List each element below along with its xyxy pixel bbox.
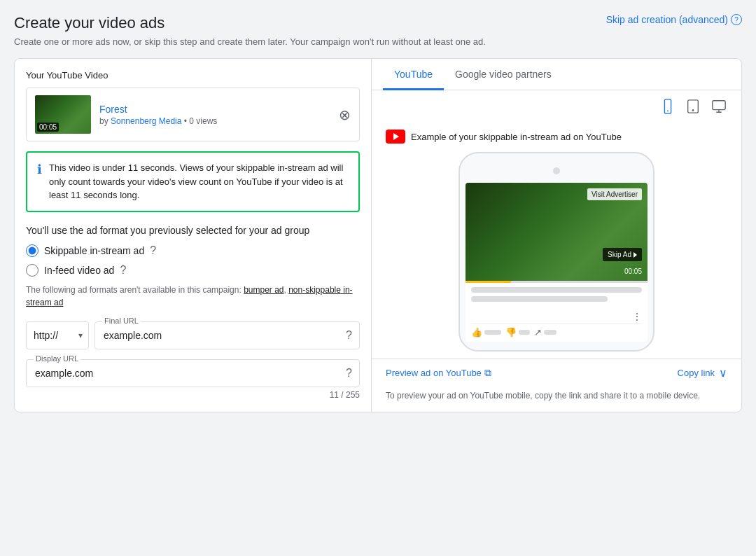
youtube-play-triangle [393,133,399,140]
unavailable-formats-text: The following ad formats aren't availabl… [26,284,360,309]
video-views: 0 views [189,116,217,126]
phone-notch [553,167,560,174]
main-content: Your YouTube Video 00:05 Forest by Sonne… [14,58,742,412]
remove-video-button[interactable]: ⊗ [339,108,351,122]
phone-mockup-wrapper: Visit Advertiser Skip Ad 00:05 [372,152,741,359]
ad-format-title: You'll use the ad format you previously … [26,225,360,236]
external-link-icon: ⧉ [484,367,491,379]
skip-ad-creation-link[interactable]: Skip ad creation (advanced) ? [606,14,742,25]
content-line-1 [471,287,642,293]
phone-mockup: Visit Advertiser Skip Ad 00:05 [458,152,654,352]
final-url-input[interactable] [95,322,359,349]
page-title: Create your video ads [14,14,164,32]
preview-footer: Preview ad on YouTube ⧉ Copy link ∨ [372,359,741,385]
display-url-help-icon[interactable]: ? [346,367,352,380]
youtube-logo-icon [386,130,405,144]
mobile-icon[interactable] [660,99,676,118]
left-panel: Your YouTube Video 00:05 Forest by Sonne… [15,59,372,412]
protocol-select-wrapper[interactable]: http:// https:// ▾ [26,321,89,349]
desktop-icon[interactable] [710,99,727,118]
url-row: http:// https:// ▾ Final URL ? [26,321,360,349]
infeed-video-label: In-feed video ad [44,265,114,276]
thumbs-down-icon[interactable]: 👎 [505,327,517,338]
video-thumbnail: 00:05 [35,95,91,134]
progress-bar [465,281,648,283]
help-circle-icon: ? [731,14,742,25]
radio-option-infeed: In-feed video ad ? [26,264,360,277]
preview-label-text: Example of your skippable in-stream ad o… [411,132,622,142]
ad-video-area: Visit Advertiser Skip Ad 00:05 [465,183,648,281]
radio-option-skippable: Skippable in-stream ad ? [26,244,360,257]
char-count: 11 / 255 [26,390,360,400]
bumper-ad-link[interactable]: bumper ad [244,285,284,295]
progress-fill [465,281,511,283]
page-wrapper: Create your video ads Skip ad creation (… [14,14,742,412]
thumbs-up-icon[interactable]: 👍 [471,327,482,338]
preview-mobile-text: To preview your ad on YouTube mobile, co… [372,385,741,412]
header-row: Create your video ads Skip ad creation (… [14,14,742,32]
video-time-display: 00:05 [624,267,642,275]
video-card: 00:05 Forest by Sonnenberg Media • 0 vie… [26,88,360,141]
svg-point-1 [667,111,668,112]
video-meta: by Sonnenberg Media • 0 views [99,116,330,126]
skippable-instream-label: Skippable in-stream ad [44,245,144,256]
preview-ad-link[interactable]: Preview ad on YouTube ⧉ [386,367,491,379]
final-url-label: Final URL [102,317,141,325]
phone-screen: Visit Advertiser Skip Ad 00:05 [465,183,648,342]
info-box: ℹ This video is under 11 seconds. Views … [26,151,360,212]
infeed-help-icon[interactable]: ? [120,264,126,277]
video-title-link[interactable]: Forest [99,104,127,115]
visit-advertiser-button[interactable]: Visit Advertiser [587,188,642,200]
info-icon: ℹ [37,162,42,202]
chevron-down-icon[interactable]: ∨ [719,366,727,380]
tablet-icon[interactable] [685,99,701,118]
svg-point-3 [692,110,693,111]
phone-content-area [465,283,648,310]
skippable-help-icon[interactable]: ? [150,244,156,257]
page-subtitle: Create one or more ads now, or skip this… [14,36,742,47]
skip-ad-arrow-icon [634,252,637,258]
tab-youtube[interactable]: YouTube [383,59,444,90]
copy-link-row: Copy link ∨ [678,366,727,380]
video-duration: 00:05 [37,123,59,132]
share-icon[interactable]: ↗ [534,327,542,338]
svg-rect-4 [713,101,725,110]
video-info: Forest by Sonnenberg Media • 0 views [99,104,330,126]
more-options-icon[interactable]: ⋮ [632,311,642,322]
display-url-input[interactable] [27,360,359,387]
tab-google-video-partners[interactable]: Google video partners [444,59,563,90]
device-icons [372,90,741,124]
infeed-video-radio[interactable] [26,264,38,277]
display-url-wrapper: Display URL ? [26,359,360,387]
ad-format-section: You'll use the ad format you previously … [26,225,360,309]
content-line-2 [471,296,608,302]
protocol-arrow-icon: ▾ [78,331,83,340]
tabs-bar: YouTube Google video partners [372,59,741,90]
skip-ad-button[interactable]: Skip Ad [603,248,642,261]
info-box-text: This video is under 11 seconds. Views of… [49,161,349,202]
copy-link-button[interactable]: Copy link [678,368,715,378]
video-author: Sonnenberg Media [111,116,181,126]
video-section-label: Your YouTube Video [26,70,360,81]
display-url-label: Display URL [34,354,80,363]
preview-label-row: Example of your skippable in-stream ad o… [372,124,741,152]
final-url-wrapper: Final URL ? [94,321,360,349]
protocol-select[interactable]: http:// https:// [34,330,75,341]
skippable-instream-radio[interactable] [26,244,38,257]
right-panel: YouTube Google video partners Example [372,59,741,412]
final-url-help-icon[interactable]: ? [346,329,352,342]
